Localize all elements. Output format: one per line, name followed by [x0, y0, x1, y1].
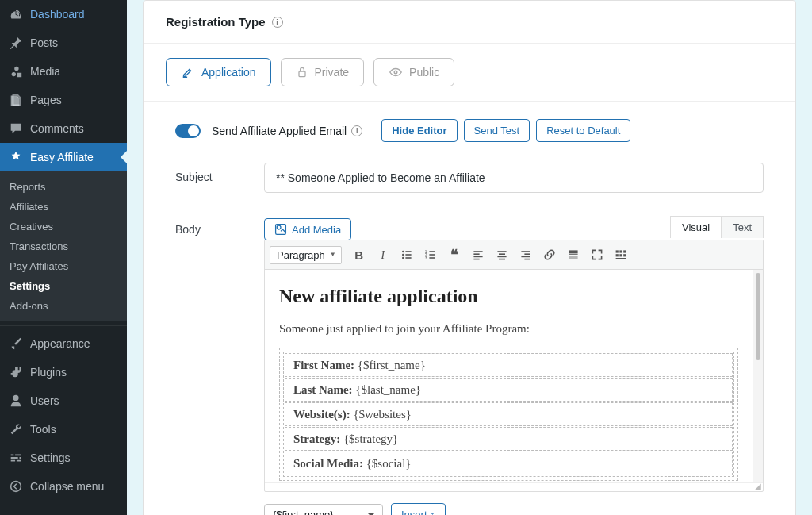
insert-more-button[interactable]: [562, 244, 584, 266]
bullet-list-button[interactable]: [396, 244, 418, 266]
insert-button[interactable]: Insert ↑: [391, 503, 446, 515]
info-icon[interactable]: i: [272, 17, 283, 28]
sidebar-sub-affiliates[interactable]: Affiliates: [0, 197, 127, 217]
svg-rect-29: [569, 250, 577, 253]
svg-rect-21: [497, 251, 506, 252]
sidebar-submenu: Reports Affiliates Creatives Transaction…: [0, 171, 127, 321]
sidebar-item-easy-affiliate[interactable]: Easy Affiliate: [0, 143, 127, 171]
svg-rect-31: [569, 256, 577, 259]
sidebar-item-appearance[interactable]: Appearance: [0, 329, 127, 358]
collapse-icon: [8, 478, 24, 494]
email-section: Send Affiliate Applied Email i Hide Edit…: [144, 102, 795, 515]
application-fields-table: First Name: {$first_name} Last Name: {$l…: [279, 348, 738, 481]
svg-rect-35: [615, 254, 618, 256]
tab-application[interactable]: Application: [166, 58, 271, 86]
svg-rect-20: [473, 259, 479, 260]
svg-rect-28: [524, 259, 530, 260]
panel-header: Registration Type i: [144, 1, 795, 44]
body-row: Body Add Media Visual Text: [175, 215, 764, 515]
svg-point-5: [402, 251, 404, 252]
send-test-button[interactable]: Send Test: [464, 119, 530, 142]
lock-icon: [296, 66, 308, 79]
svg-rect-25: [521, 251, 530, 252]
svg-rect-1: [299, 71, 305, 76]
sidebar-item-label: Dashboard: [30, 8, 85, 21]
add-media-button[interactable]: Add Media: [264, 218, 351, 240]
sidebar-sub-settings[interactable]: Settings: [0, 276, 127, 296]
link-button[interactable]: [538, 244, 561, 266]
sidebar-item-label: Easy Affiliate: [30, 151, 94, 163]
sidebar-item-collapse[interactable]: Collapse menu: [0, 472, 127, 501]
sidebar-sub-transactions[interactable]: Transactions: [0, 236, 127, 256]
sidebar-sub-addons[interactable]: Add-ons: [0, 296, 127, 316]
info-icon[interactable]: i: [351, 125, 362, 136]
tab-label: Application: [201, 66, 256, 79]
sidebar-item-media[interactable]: Media: [0, 57, 127, 86]
sidebar-item-label: Appearance: [30, 337, 90, 350]
tab-text[interactable]: Text: [721, 216, 764, 238]
align-right-button[interactable]: [515, 244, 537, 266]
editor-content[interactable]: New affiliate application Someone just a…: [265, 270, 753, 482]
variable-select[interactable]: {$first_name}: [264, 504, 383, 515]
svg-rect-33: [619, 250, 622, 252]
hide-editor-button[interactable]: Hide Editor: [381, 119, 457, 142]
svg-rect-26: [524, 253, 530, 255]
sidebar-sub-creatives[interactable]: Creatives: [0, 217, 127, 236]
insert-variable-row: {$first_name} Insert ↑: [264, 503, 764, 515]
svg-rect-6: [405, 251, 411, 252]
svg-rect-17: [473, 251, 482, 252]
comments-icon: [8, 121, 24, 136]
main-content: Registration Type i Application Private: [127, 0, 812, 515]
sliders-icon: [8, 450, 24, 466]
tab-visual[interactable]: Visual: [670, 216, 722, 238]
blockquote-button[interactable]: ❝: [443, 244, 465, 266]
sidebar-item-posts[interactable]: Posts: [0, 29, 127, 57]
svg-rect-19: [473, 256, 482, 258]
align-left-button[interactable]: [467, 244, 489, 266]
sidebar-item-label: Users: [30, 394, 59, 407]
sidebar-item-settings[interactable]: Settings: [0, 444, 127, 472]
tab-private[interactable]: Private: [281, 58, 365, 86]
panel-title: Registration Type: [166, 15, 266, 29]
svg-rect-16: [429, 257, 435, 259]
svg-rect-30: [569, 254, 577, 255]
number-list-button[interactable]: 123: [419, 244, 442, 266]
svg-rect-12: [429, 251, 435, 252]
italic-button[interactable]: I: [372, 244, 394, 266]
editor-toolbar: Paragraph B I 123 ❝: [265, 240, 763, 270]
dashboard-icon: [8, 6, 24, 22]
tab-label: Private: [315, 66, 350, 79]
svg-point-7: [402, 254, 404, 256]
scroll-thumb[interactable]: [756, 273, 760, 360]
tab-public[interactable]: Public: [373, 58, 454, 86]
align-center-button[interactable]: [491, 244, 513, 266]
svg-rect-24: [499, 259, 505, 260]
svg-rect-23: [497, 256, 506, 258]
editor-mode-tabs: Visual Text: [671, 216, 764, 238]
sidebar-item-tools[interactable]: Tools: [0, 415, 127, 444]
toolbar-toggle-button[interactable]: [610, 244, 632, 266]
resize-handle[interactable]: ◢: [265, 482, 763, 491]
sidebar-item-plugins[interactable]: Plugins: [0, 358, 127, 386]
brush-icon: [8, 336, 24, 352]
subject-input[interactable]: [264, 163, 764, 193]
email-header-row: Send Affiliate Applied Email i Hide Edit…: [175, 119, 764, 142]
sidebar-item-label: Media: [30, 65, 60, 78]
send-email-toggle[interactable]: [175, 124, 201, 138]
svg-point-0: [11, 482, 21, 492]
sidebar-item-pages[interactable]: Pages: [0, 86, 127, 114]
media-icon: [274, 223, 287, 236]
bold-button[interactable]: B: [348, 244, 370, 266]
fullscreen-button[interactable]: [586, 244, 608, 266]
editor-scrollbar[interactable]: [753, 270, 763, 482]
sidebar-item-dashboard[interactable]: Dashboard: [0, 0, 127, 29]
sidebar-item-users[interactable]: Users: [0, 386, 127, 415]
sidebar-sub-pay-affiliates[interactable]: Pay Affiliates: [0, 256, 127, 276]
sidebar-item-label: Comments: [30, 122, 84, 135]
sidebar-sub-reports[interactable]: Reports: [0, 177, 127, 197]
format-select[interactable]: Paragraph: [270, 246, 342, 264]
svg-rect-32: [615, 250, 618, 252]
reset-default-button[interactable]: Reset to Default: [536, 119, 630, 142]
sidebar-item-comments[interactable]: Comments: [0, 114, 127, 143]
svg-point-9: [402, 257, 404, 259]
